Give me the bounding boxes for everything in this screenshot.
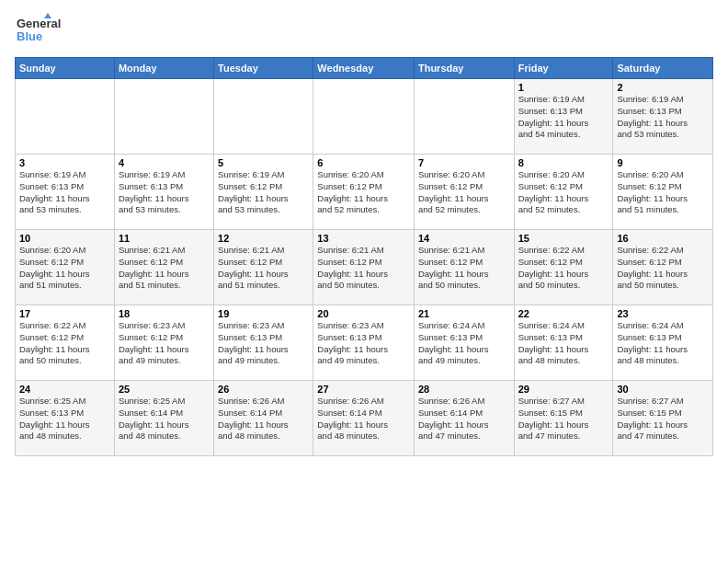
day-info: Sunrise: 6:21 AM Sunset: 6:12 PM Dayligh… [218,245,309,292]
day-info: Sunrise: 6:26 AM Sunset: 6:14 PM Dayligh… [218,396,309,442]
day-number: 16 [617,233,709,244]
main-container: General Blue SundayMondayTuesdayWednesda… [0,0,728,467]
day-number: 25 [119,384,210,395]
header-cell-tuesday: Tuesday [214,58,313,79]
calendar-body: 1Sunrise: 6:19 AM Sunset: 6:13 PM Daylig… [16,79,713,456]
day-cell [313,79,415,155]
day-info: Sunrise: 6:22 AM Sunset: 6:12 PM Dayligh… [518,245,609,292]
day-info: Sunrise: 6:22 AM Sunset: 6:12 PM Dayligh… [19,320,110,367]
day-number: 18 [119,308,210,319]
day-info: Sunrise: 6:27 AM Sunset: 6:15 PM Dayligh… [617,396,709,442]
day-cell: 30Sunrise: 6:27 AM Sunset: 6:15 PM Dayli… [613,381,713,456]
day-info: Sunrise: 6:24 AM Sunset: 6:13 PM Dayligh… [518,320,609,367]
header-cell-friday: Friday [514,58,613,79]
day-cell: 9Sunrise: 6:20 AM Sunset: 6:12 PM Daylig… [613,155,713,230]
day-cell: 29Sunrise: 6:27 AM Sunset: 6:15 PM Dayli… [514,381,613,456]
day-info: Sunrise: 6:26 AM Sunset: 6:14 PM Dayligh… [418,396,510,442]
svg-text:Blue: Blue [17,29,42,43]
day-number: 4 [119,157,210,168]
day-cell [414,79,514,155]
day-number: 1 [518,82,609,93]
day-info: Sunrise: 6:20 AM Sunset: 6:12 PM Dayligh… [418,169,510,216]
day-cell: 12Sunrise: 6:21 AM Sunset: 6:12 PM Dayli… [214,230,313,305]
day-info: Sunrise: 6:26 AM Sunset: 6:14 PM Dayligh… [317,396,410,442]
day-number: 12 [218,233,309,244]
header-cell-thursday: Thursday [414,58,514,79]
day-info: Sunrise: 6:20 AM Sunset: 6:12 PM Dayligh… [19,245,110,292]
day-number: 22 [518,308,609,319]
day-number: 14 [418,233,510,244]
day-number: 28 [418,384,510,395]
week-row-2: 10Sunrise: 6:20 AM Sunset: 6:12 PM Dayli… [16,230,713,305]
day-info: Sunrise: 6:21 AM Sunset: 6:12 PM Dayligh… [418,245,510,292]
day-info: Sunrise: 6:24 AM Sunset: 6:13 PM Dayligh… [617,320,709,367]
day-number: 29 [518,384,609,395]
day-number: 8 [518,157,609,168]
day-cell: 2Sunrise: 6:19 AM Sunset: 6:13 PM Daylig… [613,79,713,155]
day-info: Sunrise: 6:25 AM Sunset: 6:14 PM Dayligh… [119,396,210,442]
day-cell: 13Sunrise: 6:21 AM Sunset: 6:12 PM Dayli… [313,230,415,305]
week-row-4: 24Sunrise: 6:25 AM Sunset: 6:13 PM Dayli… [16,381,713,456]
day-cell: 4Sunrise: 6:19 AM Sunset: 6:13 PM Daylig… [114,155,213,230]
day-cell: 20Sunrise: 6:23 AM Sunset: 6:13 PM Dayli… [313,305,415,381]
day-number: 20 [317,308,410,319]
day-number: 9 [617,157,709,168]
calendar-header: SundayMondayTuesdayWednesdayThursdayFrid… [16,58,713,79]
day-info: Sunrise: 6:25 AM Sunset: 6:13 PM Dayligh… [19,396,110,442]
day-cell: 7Sunrise: 6:20 AM Sunset: 6:12 PM Daylig… [414,155,514,230]
day-number: 17 [19,308,110,319]
header-row: SundayMondayTuesdayWednesdayThursdayFrid… [16,58,713,79]
logo: General Blue [15,11,79,48]
day-number: 2 [617,82,709,93]
day-cell: 1Sunrise: 6:19 AM Sunset: 6:13 PM Daylig… [514,79,613,155]
header-cell-saturday: Saturday [613,58,713,79]
day-info: Sunrise: 6:24 AM Sunset: 6:13 PM Dayligh… [418,320,510,367]
day-cell: 17Sunrise: 6:22 AM Sunset: 6:12 PM Dayli… [16,305,115,381]
day-number: 23 [617,308,709,319]
day-cell: 26Sunrise: 6:26 AM Sunset: 6:14 PM Dayli… [214,381,313,456]
week-row-0: 1Sunrise: 6:19 AM Sunset: 6:13 PM Daylig… [16,79,713,155]
day-info: Sunrise: 6:19 AM Sunset: 6:12 PM Dayligh… [218,169,309,216]
header: General Blue [15,11,713,48]
header-cell-sunday: Sunday [16,58,115,79]
day-cell [114,79,213,155]
day-cell [16,79,115,155]
day-number: 19 [218,308,309,319]
day-cell: 3Sunrise: 6:19 AM Sunset: 6:13 PM Daylig… [16,155,115,230]
day-cell: 5Sunrise: 6:19 AM Sunset: 6:12 PM Daylig… [214,155,313,230]
day-info: Sunrise: 6:19 AM Sunset: 6:13 PM Dayligh… [617,94,709,141]
header-cell-monday: Monday [114,58,213,79]
day-cell: 24Sunrise: 6:25 AM Sunset: 6:13 PM Dayli… [16,381,115,456]
day-number: 15 [518,233,609,244]
day-number: 27 [317,384,410,395]
day-cell: 27Sunrise: 6:26 AM Sunset: 6:14 PM Dayli… [313,381,415,456]
header-cell-wednesday: Wednesday [313,58,415,79]
day-info: Sunrise: 6:21 AM Sunset: 6:12 PM Dayligh… [317,245,410,292]
day-cell: 10Sunrise: 6:20 AM Sunset: 6:12 PM Dayli… [16,230,115,305]
day-number: 5 [218,157,309,168]
day-cell [214,79,313,155]
day-number: 10 [19,233,110,244]
day-cell: 22Sunrise: 6:24 AM Sunset: 6:13 PM Dayli… [514,305,613,381]
day-cell: 28Sunrise: 6:26 AM Sunset: 6:14 PM Dayli… [414,381,514,456]
day-info: Sunrise: 6:21 AM Sunset: 6:12 PM Dayligh… [119,245,210,292]
day-number: 30 [617,384,709,395]
day-info: Sunrise: 6:19 AM Sunset: 6:13 PM Dayligh… [119,169,210,216]
day-info: Sunrise: 6:20 AM Sunset: 6:12 PM Dayligh… [518,169,609,216]
day-number: 6 [317,157,410,168]
day-cell: 16Sunrise: 6:22 AM Sunset: 6:12 PM Dayli… [613,230,713,305]
day-number: 3 [19,157,110,168]
calendar-table: SundayMondayTuesdayWednesdayThursdayFrid… [15,57,713,456]
svg-text:General: General [17,17,61,30]
day-cell: 14Sunrise: 6:21 AM Sunset: 6:12 PM Dayli… [414,230,514,305]
day-info: Sunrise: 6:20 AM Sunset: 6:12 PM Dayligh… [617,169,709,216]
day-cell: 21Sunrise: 6:24 AM Sunset: 6:13 PM Dayli… [414,305,514,381]
day-number: 13 [317,233,410,244]
day-cell: 15Sunrise: 6:22 AM Sunset: 6:12 PM Dayli… [514,230,613,305]
day-number: 21 [418,308,510,319]
day-cell: 6Sunrise: 6:20 AM Sunset: 6:12 PM Daylig… [313,155,415,230]
day-info: Sunrise: 6:19 AM Sunset: 6:13 PM Dayligh… [518,94,609,141]
day-cell: 18Sunrise: 6:23 AM Sunset: 6:12 PM Dayli… [114,305,213,381]
day-number: 26 [218,384,309,395]
day-cell: 11Sunrise: 6:21 AM Sunset: 6:12 PM Dayli… [114,230,213,305]
